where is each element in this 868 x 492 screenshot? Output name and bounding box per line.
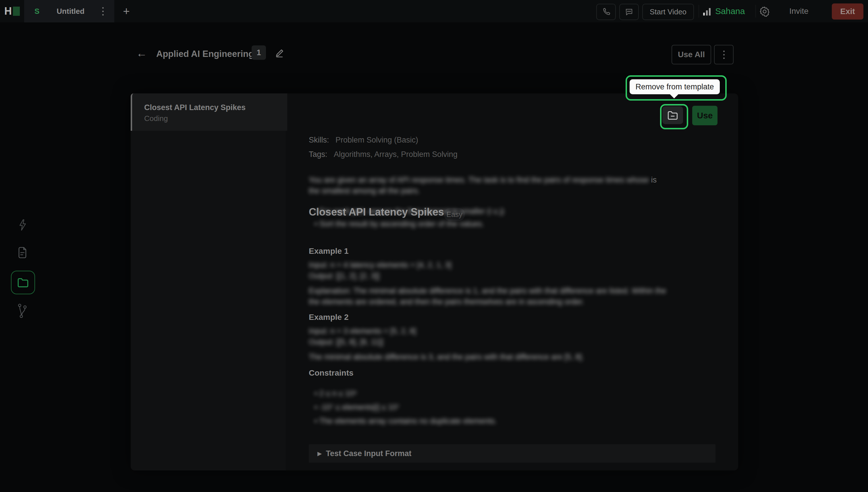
app-logo: H [0,0,24,22]
skills-label: Skills: [309,136,329,144]
add-tab-button[interactable]: + [116,0,137,22]
example1-explanation: Explanation: The minimal absolute differ… [309,286,666,296]
description-sharp-word: is [649,176,657,184]
tags-row: Tags: Algorithms, Arrays, Problem Solvin… [309,150,458,159]
skills-value: Problem Solving (Basic) [335,136,418,144]
description-line2: the smallest among all the pairs. [309,187,420,195]
caret-right-icon: ▶ [317,450,322,457]
question-item-type: Coding [144,114,168,123]
back-arrow-icon[interactable]: ← [134,46,149,60]
tags-label: Tags: [309,150,327,158]
chat-icon [625,8,633,16]
chat-button[interactable] [619,4,639,20]
test-case-input-format-expander[interactable]: ▶ Test Case Input Format [309,444,715,463]
example1-heading: Example 1 [309,247,349,256]
skills-row: Skills: Problem Solving (Basic) [309,136,418,145]
question-count-badge: 1 [252,45,266,60]
tab-initial: S [34,7,40,16]
invite-button[interactable]: Invite [789,0,809,22]
example2-output: Output: [[5, 8], [8, 11]] [309,337,584,347]
tab-title: Untitled [57,7,84,16]
edit-pencil-icon[interactable] [274,47,285,59]
example2-heading: Example 2 [309,313,349,322]
tab-menu-icon[interactable] [102,7,104,16]
constraint-item: 2 ≤ n ≤ 10⁵ [314,387,497,400]
signal-strength-icon [703,7,711,16]
example1-explanation: the elements are ordered, and then the p… [309,296,666,307]
rail-versions-button[interactable] [17,303,27,318]
participant-status: Sahana [703,0,745,22]
settings-gear-icon[interactable] [759,6,770,17]
document-icon [17,246,28,259]
folder-minus-icon [667,110,678,120]
example2-block-blurred: Input: n = 3 elements = [5, 2, 8] Output… [309,326,584,362]
rail-run-button[interactable] [18,219,28,231]
kebab-icon [723,51,725,59]
example1-input: Input: n = 4 latency elements = [4, 2, 1… [309,260,666,270]
question-item-title: Closest API Latency Spikes [144,103,246,112]
topbar-divider [756,5,756,18]
description-line1: You are given an array of API response t… [309,176,649,184]
page-title: Applied AI Engineering [156,49,254,59]
phone-call-button[interactable] [596,4,616,20]
use-all-button[interactable]: Use All [671,45,711,65]
remove-from-template-button[interactable] [662,106,683,124]
question-preview-modal: Closest API Latency Spikes Coding Closes… [131,93,738,470]
constraint-item: -10⁷ ≤ elements[i] ≤ 10⁷ [314,400,497,414]
question-list-item-selected[interactable]: Closest API Latency Spikes Coding [131,93,287,131]
tags-value: Algorithms, Arrays, Problem Solving [334,150,458,158]
rail-library-button-active[interactable] [11,271,35,294]
session-tab[interactable]: S Untitled [24,0,114,22]
test-case-label: Test Case Input Format [326,449,411,458]
constraint-item: The elements array contains no duplicate… [314,414,497,428]
logo-square [13,7,20,16]
question-list-panel: Closest API Latency Spikes Coding [131,93,286,470]
phone-icon [602,8,610,16]
rail-notes-button[interactable] [17,246,28,259]
problem-description-blurred: You are given an array of API response t… [309,174,740,196]
description-bullet: Sort the result by ascending order of th… [314,218,504,230]
topbar-divider [698,5,699,18]
description-bullets-blurred: For each pair, ensure the first element … [314,205,504,230]
git-branch-icon [17,303,27,318]
use-button[interactable]: Use [692,106,717,125]
constraints-heading: Constraints [309,368,354,378]
remove-from-template-tooltip: Remove from template [630,79,720,94]
example1-output: Output: [[1, 2], [2, 3]] [309,270,666,281]
start-video-button[interactable]: Start Video [642,4,694,20]
example1-block-blurred: Input: n = 4 latency elements = [4, 2, 1… [309,260,666,307]
lightning-icon [18,219,28,231]
top-bar: H S Untitled + Start Video Sahana Invite… [0,0,868,22]
logo-letter: H [4,5,12,17]
folder-icon [17,277,29,288]
header-menu-button[interactable] [714,45,734,65]
constraints-list-blurred: 2 ≤ n ≤ 10⁵ -10⁷ ≤ elements[i] ≤ 10⁷ The… [314,387,497,428]
description-bullet: For each pair, ensure the first element … [314,205,504,218]
example2-input: Input: n = 3 elements = [5, 2, 8] [309,326,584,337]
participant-name: Sahana [715,6,745,16]
example2-explanation: The minimal absolute difference is 3, an… [309,351,584,362]
exit-button[interactable]: Exit [832,3,863,20]
